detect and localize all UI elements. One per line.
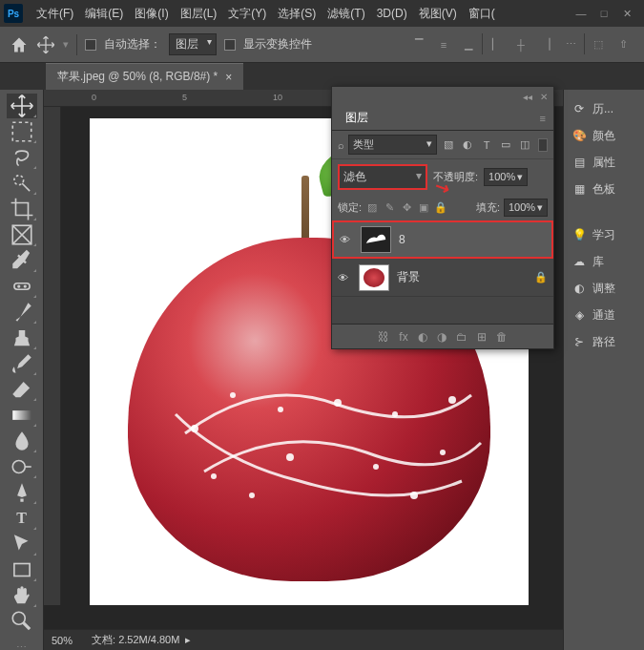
rectangle-tool[interactable] (7, 557, 37, 582)
edit-toolbar-icon[interactable]: ⋯ (7, 635, 37, 650)
dock-swatches[interactable]: ▦色板 (568, 176, 640, 202)
crop-tool[interactable] (7, 197, 37, 221)
lock-all-icon[interactable]: 🔒 (434, 201, 447, 215)
visibility-toggle-icon[interactable]: 👁 (340, 234, 353, 245)
align-vcenter-icon[interactable]: ≡ (432, 33, 455, 56)
visibility-toggle-icon[interactable]: 👁 (338, 272, 351, 283)
eyedropper-tool[interactable] (7, 248, 37, 273)
more-icon[interactable]: ⋯ (559, 33, 582, 56)
frame-tool[interactable] (7, 222, 37, 247)
brush-tool[interactable] (7, 300, 37, 325)
filter-toggle[interactable] (538, 138, 548, 152)
minimize-button[interactable]: — (575, 8, 587, 20)
healing-brush-tool[interactable] (7, 274, 37, 299)
pen-tool[interactable] (7, 480, 37, 505)
menu-window[interactable]: 窗口( (463, 6, 501, 22)
dodge-tool[interactable] (7, 454, 37, 479)
filter-type-icon[interactable]: T (479, 137, 494, 153)
menu-type[interactable]: 文字(Y) (222, 6, 272, 22)
dock-history[interactable]: ⟳历... (568, 95, 640, 122)
new-layer-icon[interactable]: ⊞ (477, 330, 487, 344)
layer-item-background[interactable]: 👁 背景 🔒 (332, 259, 553, 297)
menu-3d[interactable]: 3D(D) (371, 7, 413, 20)
panel-collapse-icon[interactable]: ◂◂ (523, 92, 532, 102)
filter-pixel-icon[interactable]: ▧ (441, 137, 456, 153)
move-tool-icon[interactable] (36, 35, 55, 54)
link-layers-icon[interactable]: ⛓ (378, 330, 389, 344)
adjustment-layer-icon[interactable]: ◑ (437, 330, 447, 344)
filter-smart-icon[interactable]: ◫ (517, 137, 532, 153)
lock-transparent-icon[interactable]: ▨ (365, 201, 379, 215)
dock-paths[interactable]: ⊱路径 (568, 328, 640, 355)
align-hcenter-icon[interactable]: ┼ (509, 33, 532, 56)
lock-image-icon[interactable]: ✎ (383, 201, 396, 215)
panel-menu-icon[interactable]: ≡ (540, 113, 546, 124)
layer-fx-icon[interactable]: fx (399, 330, 407, 344)
show-transform-checkbox[interactable] (224, 39, 236, 51)
panel-header[interactable]: ◂◂ ✕ (332, 87, 553, 106)
fill-input[interactable]: 100%▾ (504, 199, 548, 217)
layer-thumbnail[interactable] (359, 264, 389, 291)
filter-kind-dropdown[interactable]: 类型 (348, 135, 437, 155)
gradient-tool[interactable] (7, 403, 37, 428)
panel-close-icon[interactable]: ✕ (540, 92, 548, 102)
opacity-input[interactable]: 100%▾ (484, 168, 528, 186)
lock-artboard-icon[interactable]: ▣ (417, 201, 430, 215)
clone-stamp-tool[interactable] (7, 325, 37, 350)
dock-color[interactable]: 🎨颜色 (568, 122, 640, 149)
marquee-tool[interactable] (7, 119, 37, 144)
layer-mask-icon[interactable]: ◐ (418, 330, 427, 344)
eraser-tool[interactable] (7, 377, 37, 402)
dock-channels[interactable]: ◈通道 (568, 302, 640, 328)
path-select-tool[interactable] (7, 532, 37, 556)
layer-name[interactable]: 8 (399, 233, 546, 246)
svg-rect-3 (13, 283, 29, 290)
lasso-tool[interactable] (7, 145, 37, 170)
filter-shape-icon[interactable]: ▭ (498, 137, 513, 153)
document-tab-close-icon[interactable]: × (225, 71, 232, 84)
auto-select-checkbox[interactable] (85, 39, 96, 51)
align-right-icon[interactable]: ▕ (534, 33, 557, 56)
dock-learn[interactable]: 💡学习 (568, 221, 640, 248)
dock-adjustments[interactable]: ◐调整 (568, 275, 640, 302)
group-icon[interactable]: 🗀 (456, 330, 467, 344)
menu-filter[interactable]: 滤镜(T) (322, 6, 370, 22)
menu-edit[interactable]: 编辑(E) (79, 6, 129, 22)
delete-layer-icon[interactable]: 🗑 (496, 330, 508, 344)
status-zoom[interactable]: 50% (52, 635, 73, 646)
layers-tab[interactable]: 图层 (340, 106, 374, 130)
quick-select-tool[interactable] (7, 171, 37, 196)
align-top-icon[interactable]: ▔ (407, 33, 430, 56)
auto-select-dropdown[interactable]: 图层 (169, 33, 217, 55)
menu-image[interactable]: 图像(I) (129, 6, 174, 22)
type-tool[interactable]: T (7, 506, 37, 531)
3d-mode-icon[interactable]: ⬚ (587, 33, 610, 56)
move-tool[interactable] (7, 94, 37, 118)
share-icon[interactable]: ⇧ (612, 33, 634, 56)
menu-layer[interactable]: 图层(L) (175, 6, 223, 22)
layers-panel[interactable]: ◂◂ ✕ 图层 ≡ ⌕ 类型 ▧ ◐ T ▭ ◫ 滤色 不透明度: 100%▾ … (331, 86, 554, 349)
align-left-icon[interactable]: ▏ (485, 33, 508, 56)
menu-view[interactable]: 视图(V) (413, 6, 463, 22)
lock-position-icon[interactable]: ✥ (400, 201, 413, 215)
maximize-button[interactable]: □ (598, 8, 610, 20)
layer-name[interactable]: 背景 (397, 269, 527, 285)
layer-item-8[interactable]: 👁 8 (332, 220, 553, 259)
dock-libraries[interactable]: ☁库 (568, 248, 640, 275)
home-icon[interactable] (10, 35, 29, 54)
hand-tool[interactable] (7, 583, 37, 608)
close-button[interactable]: ✕ (621, 8, 633, 20)
blend-mode-dropdown[interactable]: 滤色 (338, 164, 427, 190)
dock-properties[interactable]: ▤属性 (568, 149, 640, 176)
align-bottom-icon[interactable]: ▁ (457, 33, 480, 56)
menu-file[interactable]: 文件(F) (31, 6, 79, 22)
filter-adjustment-icon[interactable]: ◐ (460, 137, 475, 153)
menu-select[interactable]: 选择(S) (272, 6, 322, 22)
status-doc-size[interactable]: 文档: 2.52M/4.80M (92, 633, 179, 647)
layer-thumbnail[interactable] (361, 226, 391, 253)
history-brush-tool[interactable] (7, 351, 37, 376)
zoom-tool[interactable] (7, 609, 37, 634)
document-tab[interactable]: 苹果.jpeg @ 50% (8, RGB/8#) * × (46, 63, 243, 90)
status-arrow-icon[interactable]: ▸ (185, 634, 191, 646)
blur-tool[interactable] (7, 429, 37, 453)
